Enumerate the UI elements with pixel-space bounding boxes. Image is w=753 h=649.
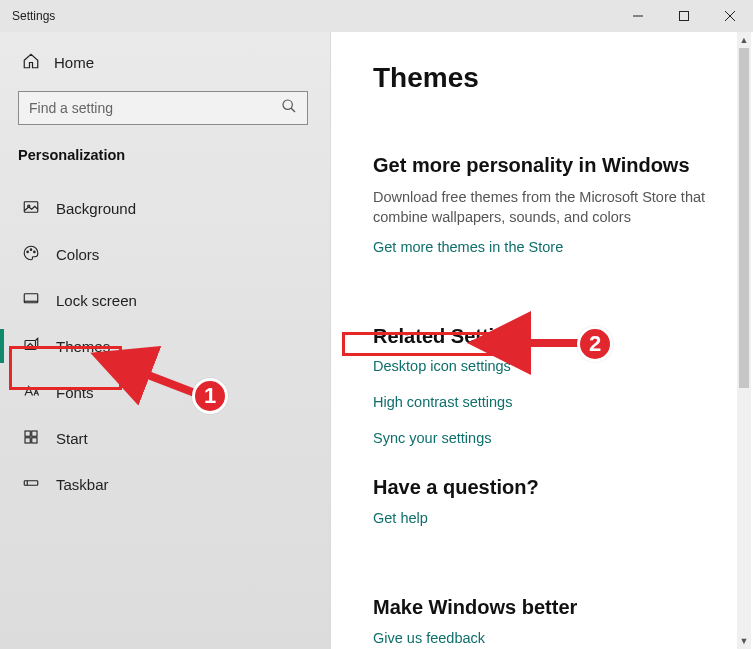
personality-heading: Get more personality in Windows bbox=[373, 154, 753, 177]
taskbar-icon bbox=[22, 474, 40, 495]
home-label: Home bbox=[54, 54, 94, 71]
close-button[interactable] bbox=[707, 0, 753, 32]
sidebar-item-fonts[interactable]: Fonts bbox=[0, 369, 330, 415]
sidebar-item-label: Taskbar bbox=[56, 476, 109, 493]
personality-section: Get more personality in Windows Download… bbox=[373, 154, 753, 295]
maximize-button[interactable] bbox=[661, 0, 707, 32]
home-icon bbox=[22, 52, 40, 73]
svg-rect-16 bbox=[25, 437, 30, 442]
svg-point-10 bbox=[34, 251, 36, 253]
svg-rect-15 bbox=[32, 431, 37, 436]
sidebar-item-colors[interactable]: Colors bbox=[0, 231, 330, 277]
svg-rect-17 bbox=[32, 437, 37, 442]
svg-line-5 bbox=[291, 108, 295, 112]
sidebar-nav: Background Colors Lock screen Themes Fon… bbox=[0, 185, 330, 507]
question-heading: Have a question? bbox=[373, 476, 753, 499]
start-icon bbox=[22, 428, 40, 449]
sidebar-item-themes[interactable]: Themes bbox=[0, 323, 330, 369]
scrollbar[interactable]: ▲ ▼ bbox=[737, 32, 751, 649]
store-themes-link[interactable]: Get more themes in the Store bbox=[373, 239, 563, 255]
better-heading: Make Windows better bbox=[373, 596, 753, 619]
palette-icon bbox=[22, 244, 40, 265]
picture-icon bbox=[22, 198, 40, 219]
scroll-up-icon[interactable]: ▲ bbox=[737, 32, 751, 48]
sidebar-item-label: Start bbox=[56, 430, 88, 447]
svg-point-4 bbox=[283, 100, 292, 109]
get-help-link[interactable]: Get help bbox=[373, 510, 428, 526]
window-title: Settings bbox=[0, 9, 55, 23]
search-input[interactable] bbox=[18, 91, 308, 125]
sidebar-item-label: Themes bbox=[56, 338, 110, 355]
svg-point-8 bbox=[27, 251, 29, 253]
titlebar: Settings bbox=[0, 0, 753, 32]
desktop-icon-settings-link[interactable]: Desktop icon settings bbox=[373, 358, 753, 374]
sidebar-section-label: Personalization bbox=[0, 137, 330, 169]
scroll-down-icon[interactable]: ▼ bbox=[737, 633, 751, 649]
related-heading: Related Settings bbox=[373, 325, 753, 348]
svg-rect-14 bbox=[25, 431, 30, 436]
sidebar-item-start[interactable]: Start bbox=[0, 415, 330, 461]
page-title: Themes bbox=[373, 62, 753, 94]
high-contrast-link[interactable]: High contrast settings bbox=[373, 394, 753, 410]
sidebar: Home Personalization Background Colors bbox=[0, 32, 330, 649]
themes-icon bbox=[22, 336, 40, 357]
feedback-link[interactable]: Give us feedback bbox=[373, 630, 485, 646]
svg-rect-1 bbox=[680, 12, 689, 21]
fonts-icon bbox=[22, 382, 40, 403]
scrollbar-thumb[interactable] bbox=[739, 48, 749, 388]
minimize-button[interactable] bbox=[615, 0, 661, 32]
lock-screen-icon bbox=[22, 290, 40, 311]
search-icon bbox=[281, 98, 297, 118]
svg-point-9 bbox=[30, 248, 32, 250]
main-content: Themes Get more personality in Windows D… bbox=[330, 32, 753, 649]
sidebar-item-label: Fonts bbox=[56, 384, 94, 401]
sidebar-item-taskbar[interactable]: Taskbar bbox=[0, 461, 330, 507]
better-section: Make Windows better Give us feedback bbox=[373, 596, 753, 649]
search-field[interactable] bbox=[29, 100, 281, 116]
personality-desc: Download free themes from the Microsoft … bbox=[373, 187, 713, 228]
sidebar-item-label: Background bbox=[56, 200, 136, 217]
sidebar-item-label: Lock screen bbox=[56, 292, 137, 309]
home-nav[interactable]: Home bbox=[0, 46, 330, 79]
sidebar-item-lock-screen[interactable]: Lock screen bbox=[0, 277, 330, 323]
sidebar-item-background[interactable]: Background bbox=[0, 185, 330, 231]
question-section: Have a question? Get help bbox=[373, 476, 753, 566]
svg-rect-13 bbox=[25, 340, 36, 349]
sidebar-item-label: Colors bbox=[56, 246, 99, 263]
sync-settings-link[interactable]: Sync your settings bbox=[373, 430, 753, 446]
svg-rect-18 bbox=[24, 480, 38, 485]
related-section: Related Settings Desktop icon settings H… bbox=[373, 325, 753, 446]
